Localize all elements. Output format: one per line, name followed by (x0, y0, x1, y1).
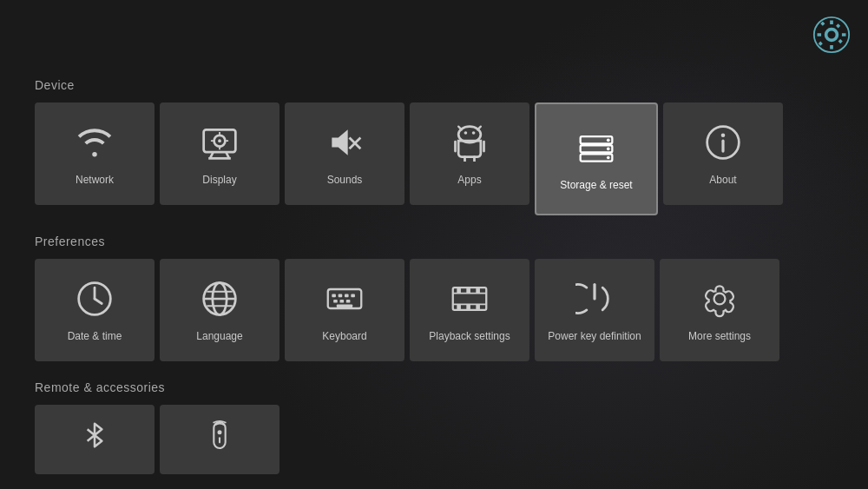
svg-rect-46 (466, 287, 470, 293)
datetime-label: Date & time (68, 330, 122, 344)
powerkey-label: Power key definition (548, 330, 641, 344)
display-icon (197, 120, 242, 165)
svg-rect-47 (476, 287, 480, 293)
svg-rect-52 (214, 422, 225, 448)
svg-point-53 (218, 430, 222, 434)
film-icon (447, 276, 492, 321)
remote-label: Remote & accessories (35, 380, 833, 394)
about-label: About (709, 174, 736, 188)
device-tiles-row: Network Display (35, 102, 833, 215)
svg-rect-35 (339, 294, 343, 298)
svg-point-11 (472, 131, 476, 135)
power-icon (572, 276, 617, 321)
more-settings-label: More settings (688, 330, 751, 344)
language-label: Language (196, 330, 242, 344)
svg-point-26 (721, 134, 726, 138)
remote-icon (197, 413, 242, 458)
svg-line-17 (477, 127, 481, 130)
svg-rect-34 (332, 294, 336, 298)
remote-tiles-row (35, 405, 833, 474)
svg-point-23 (607, 156, 610, 160)
svg-point-21 (607, 139, 610, 142)
sounds-tile[interactable]: Sounds (285, 102, 404, 205)
keyboard-icon (322, 276, 367, 321)
settings-icon-button[interactable] (812, 16, 851, 54)
about-tile[interactable]: About (663, 102, 783, 205)
device-section: Device Network (35, 78, 833, 215)
svg-rect-45 (457, 287, 461, 293)
network-label: Network (76, 174, 114, 188)
svg-rect-37 (351, 294, 355, 298)
device-label: Device (35, 78, 833, 92)
svg-rect-49 (466, 305, 470, 310)
bluetooth-icon (72, 413, 117, 458)
bluetooth-tile[interactable] (35, 405, 155, 474)
apps-tile[interactable]: Apps (410, 102, 529, 205)
svg-point-22 (607, 148, 610, 151)
datetime-tile[interactable]: Date & time (35, 259, 155, 361)
more-settings-icon (697, 276, 742, 321)
playback-label: Playback settings (429, 330, 510, 344)
powerkey-tile[interactable]: Power key definition (535, 259, 654, 361)
svg-rect-41 (337, 305, 352, 308)
clock-icon (72, 276, 117, 321)
storage-tile[interactable]: Storage & reset (535, 102, 658, 215)
svg-rect-50 (476, 305, 480, 310)
info-icon (700, 120, 746, 165)
keyboard-label: Keyboard (322, 330, 366, 344)
more-settings-tile[interactable]: More settings (660, 259, 779, 361)
playback-tile[interactable]: Playback settings (410, 259, 529, 361)
mute-icon (322, 120, 367, 165)
preferences-section: Preferences Date & time (35, 235, 833, 361)
wifi-icon (72, 120, 117, 165)
sounds-label: Sounds (327, 174, 363, 188)
svg-point-51 (714, 294, 726, 305)
svg-rect-40 (346, 300, 351, 303)
network-tile[interactable]: Network (35, 102, 155, 205)
svg-line-29 (95, 299, 102, 304)
android-icon (447, 120, 492, 165)
preferences-tiles-row: Date & time Language (35, 259, 833, 361)
keyboard-tile[interactable]: Keyboard (285, 259, 404, 361)
preferences-label: Preferences (35, 235, 833, 248)
remote-tile[interactable] (160, 405, 279, 474)
storage-label: Storage & reset (560, 179, 632, 193)
apps-label: Apps (457, 174, 481, 188)
language-tile[interactable]: Language (160, 259, 279, 361)
display-label: Display (202, 174, 236, 188)
storage-icon (574, 125, 619, 170)
svg-rect-38 (333, 300, 338, 303)
display-tile[interactable]: Display (160, 102, 279, 205)
globe-icon (197, 276, 242, 321)
svg-rect-36 (345, 294, 349, 298)
svg-rect-48 (457, 305, 461, 310)
svg-line-16 (458, 127, 462, 130)
remote-section: Remote & accessories (35, 380, 833, 474)
svg-point-10 (464, 131, 468, 135)
svg-rect-39 (340, 300, 345, 303)
svg-point-6 (218, 140, 221, 143)
